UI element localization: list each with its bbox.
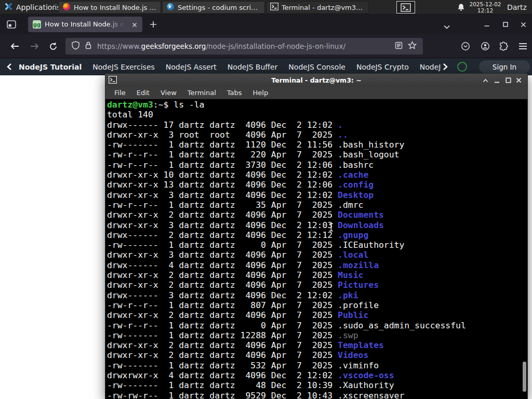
- terminal-scrollbar-thumb[interactable]: [523, 362, 526, 392]
- nav-scroll-left-icon[interactable]: [6, 63, 12, 73]
- browser-tab[interactable]: gg How to Install Node.js on: [28, 17, 142, 32]
- nav-scroll-right-icon[interactable]: [442, 63, 448, 73]
- tracking-shield-icon[interactable]: [72, 41, 79, 52]
- site-nav-link[interactable]: NodeJS Console: [288, 63, 345, 71]
- clock-time: 12:12: [469, 8, 501, 14]
- taskbar-button-vscodium[interactable]: Settings - codium script...: [162, 1, 265, 14]
- tab-title: How to Install Node.js on: [45, 20, 125, 28]
- site-nav-link[interactable]: NodeJS Buffer: [228, 63, 278, 71]
- url-domain: geeksforgeeks.org: [141, 42, 206, 50]
- bookmark-star-icon[interactable]: [408, 41, 417, 51]
- window-minimize-button[interactable]: [483, 20, 491, 29]
- site-nav-link[interactable]: NodeJS Crypto: [356, 63, 409, 71]
- window-close-button[interactable]: [519, 20, 527, 29]
- taskbar-button-terminal[interactable]: Terminal - dartz@vm3: ~: [266, 1, 369, 14]
- menu-hamburger-icon[interactable]: [515, 39, 530, 54]
- firefox-tab-bar: gg How to Install Node.js on: [0, 15, 532, 34]
- user-menu[interactable]: Dartz: [507, 3, 527, 11]
- terminal-output: dartz@vm3:~$ ls -la total 140 drwx------…: [107, 100, 466, 399]
- terminal-menu-view[interactable]: View: [161, 89, 177, 97]
- search-icon[interactable]: [457, 62, 467, 72]
- terminal-menubar: FileEditViewTerminalTabsHelp: [105, 87, 527, 99]
- site-nav-link[interactable]: NodeJS DNS: [420, 63, 441, 71]
- applications-icon: [4, 2, 13, 12]
- site-nav-link[interactable]: NodeJS Assert: [166, 63, 217, 71]
- top-panel: Applications How to Install Node.js o...…: [0, 0, 532, 15]
- terminal-menu-tabs[interactable]: Tabs: [227, 89, 242, 97]
- terminal-menu-edit[interactable]: Edit: [137, 89, 150, 97]
- extensions-icon[interactable]: [497, 39, 511, 54]
- site-nav-link[interactable]: NodeJS Tutorial: [19, 63, 82, 71]
- terminal-shade-button[interactable]: [481, 76, 490, 85]
- terminal-screen[interactable]: dartz@vm3:~$ ls -la total 140 drwx------…: [105, 99, 527, 399]
- firefox-toolbar: https://www.geeksforgeeks.org/node-js/in…: [0, 34, 532, 58]
- url-bar[interactable]: https://www.geeksforgeeks.org/node-js/in…: [65, 38, 423, 55]
- geeksforgeeks-favicon: gg: [33, 20, 41, 29]
- clock-date: 2025-12-02: [469, 2, 501, 8]
- terminal-menu-help[interactable]: Help: [253, 89, 269, 97]
- lock-icon[interactable]: [85, 41, 92, 52]
- notification-bell-icon[interactable]: [457, 3, 465, 14]
- url-text: https://www.geeksforgeeks.org/node-js/in…: [97, 42, 390, 50]
- clock[interactable]: 2025-12-02 12:12: [469, 2, 501, 14]
- reload-icon[interactable]: [46, 39, 60, 54]
- pocket-icon[interactable]: [458, 39, 473, 54]
- terminal-maximize-button[interactable]: [504, 76, 513, 85]
- terminal-menu-terminal[interactable]: Terminal: [188, 89, 216, 97]
- back-icon[interactable]: [7, 39, 22, 54]
- forward-icon[interactable]: [27, 39, 42, 54]
- taskbar-button-label: Settings - codium script...: [178, 4, 261, 11]
- text-cursor-pointer: [328, 223, 334, 234]
- terminal-tray-icon[interactable]: [396, 1, 415, 14]
- site-nav-link[interactable]: NodeJS Exercises: [92, 63, 155, 71]
- terminal-window-title: Terminal - dartz@vm3: ~: [105, 76, 527, 84]
- url-path: /node-js/installation-of-node-js-on-linu…: [206, 42, 345, 50]
- tab-close-icon[interactable]: [131, 21, 138, 28]
- terminal-menu-file[interactable]: File: [114, 89, 126, 97]
- vscodium-icon: [166, 3, 175, 12]
- sign-in-button[interactable]: Sign In: [479, 60, 530, 73]
- new-tab-button[interactable]: [149, 20, 158, 29]
- firefox-view-icon[interactable]: [6, 19, 17, 30]
- taskbar-button-label: Terminal - dartz@vm3: ~: [282, 4, 365, 11]
- terminal-icon: [270, 3, 278, 12]
- terminal-close-button[interactable]: [514, 76, 523, 85]
- account-icon[interactable]: [478, 39, 493, 54]
- window-maximize-button[interactable]: [501, 20, 510, 29]
- terminal-minimize-button[interactable]: [493, 76, 501, 85]
- terminal-window[interactable]: Terminal - dartz@vm3: ~ FileEditViewTerm…: [105, 73, 528, 399]
- panel-handle: [54, 4, 57, 10]
- reader-mode-icon[interactable]: [395, 42, 403, 51]
- firefox-icon: [62, 3, 71, 12]
- list-all-tabs-chevron-icon[interactable]: [443, 22, 450, 32]
- url-prefix: https://www.: [97, 42, 141, 50]
- taskbar-button-firefox[interactable]: How to Install Node.js o...: [58, 1, 161, 14]
- taskbar-button-label: How to Install Node.js o...: [74, 4, 157, 11]
- terminal-titlebar[interactable]: Terminal - dartz@vm3: ~: [105, 74, 527, 87]
